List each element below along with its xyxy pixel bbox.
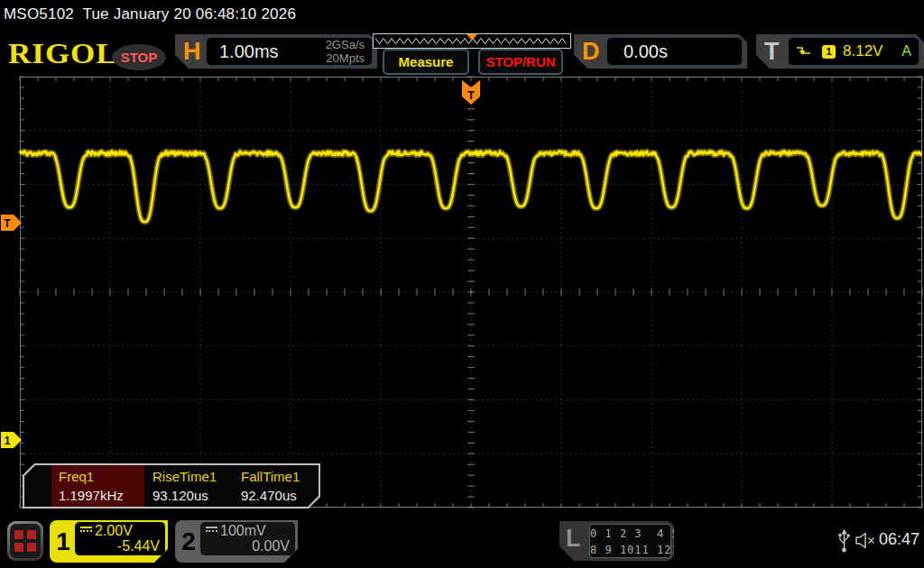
source-menu-icon[interactable]: [7, 521, 43, 561]
channel-1-values: 2.00V -5.44V: [75, 522, 165, 555]
trigger-level-marker[interactable]: T: [1, 215, 22, 231]
measurement-label: RiseTime1: [152, 469, 217, 484]
channel-1-block[interactable]: 1 2.00V -5.44V: [50, 520, 168, 563]
logic-channels-block[interactable]: L 0 1 2 3 4 5 6 78 9 1011 12131415: [559, 521, 674, 561]
channel-2-offset: 0.00V: [206, 538, 290, 554]
measurement-value: 92.470us: [241, 488, 297, 503]
channel-1-scale: 2.00V: [95, 523, 133, 538]
logic-channel-list: 0 1 2 3 4 5 6 78 9 1011 12131415: [589, 524, 671, 558]
dc-coupling-icon: [80, 527, 92, 534]
graticule-ticks: [20, 77, 922, 508]
ch1-waveform-trace: [20, 151, 922, 222]
measurement-panel[interactable]: Freq1 1.1997kHz RiseTime1 93.120us FallT…: [23, 463, 320, 508]
ch1-zero-marker[interactable]: 1: [1, 432, 22, 448]
measurement-value: 93.120us: [152, 488, 208, 503]
measurement-panel-inner: Freq1 1.1997kHz RiseTime1 93.120us FallT…: [24, 465, 319, 507]
measurement-label: Freq1: [59, 469, 94, 484]
channel-1-scale-row: 2.00V: [80, 523, 160, 538]
channel-1-offset: -5.44V: [80, 538, 160, 554]
ch1-zero-marker-label: 1: [5, 435, 11, 447]
system-clock: 06:47: [879, 530, 919, 549]
dc-coupling-icon: [206, 527, 217, 534]
channel-2-block[interactable]: 2 100mV 0.00V: [175, 520, 298, 563]
channel-2-scale: 100mV: [220, 523, 266, 538]
measurement-value: 1.1997kHz: [59, 488, 124, 503]
measurement-label: FallTime1: [241, 469, 300, 484]
logic-key: L: [566, 525, 581, 553]
source-menu-icon-squares: [10, 524, 41, 558]
channel-1-number: 1: [51, 520, 75, 563]
trigger-level-marker-label: T: [4, 217, 11, 230]
trigger-position-marker[interactable]: T: [462, 80, 480, 105]
channel-2-scale-row: 100mV: [206, 523, 290, 538]
trigger-position-marker-label: T: [467, 88, 475, 102]
usb-icon: [837, 527, 851, 554]
speaker-muted-icon[interactable]: [855, 532, 877, 549]
channel-2-number: 2: [177, 520, 200, 563]
channel-2-values: 100mV 0.00V: [200, 522, 295, 555]
